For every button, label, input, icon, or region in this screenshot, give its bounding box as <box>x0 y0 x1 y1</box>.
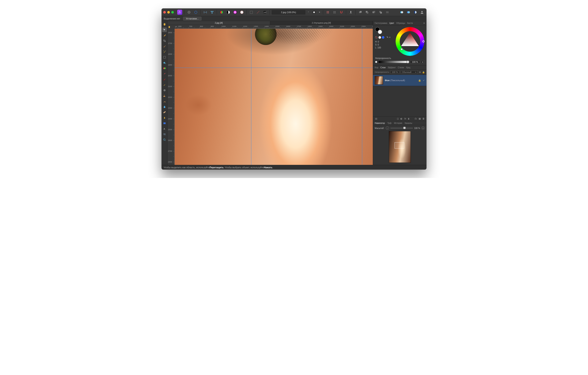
layer-opacity-value[interactable]: 100 % <box>390 70 399 74</box>
tab-adjustments[interactable]: Кор <box>375 66 378 69</box>
arrange-1-icon[interactable] <box>357 10 363 15</box>
adjust-icon[interactable]: ◐ <box>400 117 403 120</box>
brush-icon[interactable] <box>162 44 167 49</box>
pencil-icon[interactable] <box>162 82 167 87</box>
fx-brush-icon[interactable] <box>162 49 167 54</box>
close-window-button[interactable] <box>163 11 166 13</box>
panel-menu-icon[interactable]: ≡ <box>423 22 425 24</box>
tab-styles[interactable]: Стили <box>398 66 404 69</box>
fg-bg-swatch[interactable] <box>375 27 382 34</box>
blend-mode-select[interactable]: Обычный▾ <box>401 70 418 74</box>
color-picker-icon[interactable] <box>162 33 167 38</box>
drop-icon[interactable] <box>162 104 167 109</box>
mirror-icon[interactable] <box>202 10 208 15</box>
ruler-horizontal[interactable]: px 6007008009001000110012001300140015001… <box>175 25 373 29</box>
mixer-icon[interactable] <box>162 66 167 71</box>
layer-lock-icon[interactable]: 🔒 <box>418 79 421 82</box>
smear-icon[interactable] <box>162 99 167 104</box>
canvas[interactable] <box>175 29 373 165</box>
bandage-icon[interactable] <box>162 110 167 115</box>
zoom-out-button[interactable]: − <box>386 126 389 130</box>
hand-icon[interactable] <box>162 22 167 27</box>
soft-wheel-icon[interactable] <box>239 10 245 15</box>
opacity-value[interactable]: 100 % <box>410 60 420 64</box>
clone-icon[interactable] <box>162 93 167 98</box>
marquee-rect-icon[interactable] <box>162 55 167 60</box>
layer-row[interactable]: Фон (Пиксельный) 🔒 ✓ <box>373 75 426 86</box>
minimize-window-button[interactable] <box>167 11 170 13</box>
tab-swatches[interactable]: Образцы <box>396 22 405 24</box>
maximize-window-button[interactable] <box>171 11 174 13</box>
guide-vertical[interactable] <box>251 29 251 165</box>
crop-icon[interactable] <box>162 38 167 43</box>
tab-histogram[interactable]: Гистограмма <box>375 22 387 24</box>
opacity-slider[interactable] <box>378 61 409 63</box>
user-icon[interactable] <box>419 10 425 15</box>
arrange-4-icon[interactable] <box>378 10 383 15</box>
tab-stock[interactable]: Хрщ <box>406 66 410 69</box>
levels-icon[interactable] <box>262 10 268 15</box>
delete-layer-icon[interactable]: 🗑 <box>422 117 425 120</box>
healing-icon[interactable] <box>162 77 167 82</box>
mesh-icon[interactable] <box>162 132 167 137</box>
tab-transform[interactable]: Трф <box>387 122 391 124</box>
mask-icon[interactable]: ◻ <box>397 117 399 120</box>
overlay-1-icon[interactable] <box>399 10 404 15</box>
text-icon[interactable]: A <box>162 126 167 131</box>
crop-layer-icon[interactable]: ⧗ <box>408 117 410 120</box>
tab-effects[interactable]: Эффект <box>388 66 396 69</box>
mask-dropdown-icon[interactable] <box>318 10 321 15</box>
ruler-vertical[interactable]: 1600170018001900200021002200230024002500… <box>168 29 175 165</box>
nodes-icon[interactable] <box>209 10 215 15</box>
layers-view-icon[interactable] <box>375 117 378 120</box>
grid-icon[interactable] <box>325 10 331 15</box>
zoom-icon[interactable] <box>162 137 167 142</box>
move-arrow-icon[interactable] <box>162 27 167 32</box>
lock-icon[interactable]: 🔒 <box>422 71 425 73</box>
arrange-3-icon[interactable] <box>371 10 377 15</box>
rings-icon[interactable] <box>193 10 199 15</box>
presets-button[interactable]: Установки... <box>183 17 201 21</box>
mask-square-icon[interactable] <box>311 10 317 15</box>
navigator-thumbnail[interactable] <box>389 131 411 163</box>
zoom-in-button[interactable]: + <box>421 126 425 130</box>
fx-icon[interactable]: fx <box>404 117 406 120</box>
color-dropdown-icon[interactable]: ▾ <box>389 36 390 39</box>
tab-color[interactable]: Цвет <box>389 22 394 24</box>
sat-lum-handle[interactable] <box>401 48 403 50</box>
document-tab[interactable]: 2-Улучшено.png [И] <box>270 21 373 25</box>
arrange-2-icon[interactable] <box>364 10 370 15</box>
marquee-icon[interactable] <box>249 10 254 15</box>
circles-icon[interactable] <box>186 10 192 15</box>
hue-wheel-icon[interactable] <box>232 10 238 15</box>
tab-navigator[interactable]: Навигатор <box>375 122 385 124</box>
magnet-icon[interactable] <box>339 10 344 15</box>
tab-channels[interactable]: Каналы <box>405 122 412 124</box>
arrange-5-icon[interactable] <box>385 10 390 15</box>
recent-color[interactable] <box>382 36 384 39</box>
opacity-dropdown-icon[interactable]: ▾ <box>421 60 424 64</box>
diagonal-icon[interactable] <box>255 10 261 15</box>
document-tab[interactable]: 2.jpg [И] <box>168 21 270 25</box>
paint-brush-icon[interactable] <box>162 71 167 76</box>
color-wheel[interactable] <box>396 27 424 56</box>
group-icon[interactable]: 🗀 <box>415 117 417 120</box>
none-color-icon[interactable] <box>375 36 378 39</box>
hue-handle[interactable] <box>422 40 425 43</box>
eyedropper-icon[interactable]: ✎ <box>387 36 388 39</box>
navigator-viewport[interactable] <box>395 142 404 149</box>
pan-icon[interactable] <box>162 88 167 93</box>
bucket-icon[interactable] <box>162 60 167 65</box>
overlay-2-icon[interactable] <box>406 10 411 15</box>
align-top-icon[interactable] <box>348 10 354 15</box>
add-layer-icon[interactable]: ▦ <box>419 117 421 120</box>
pen-icon[interactable] <box>162 115 167 120</box>
tab-brushes[interactable]: Кисти <box>407 22 413 24</box>
zoom-slider[interactable] <box>390 128 413 129</box>
half-tone-icon[interactable] <box>219 10 224 15</box>
recent-color[interactable] <box>378 36 381 39</box>
guide-horizontal[interactable] <box>175 68 373 68</box>
overlay-3-icon[interactable] <box>412 10 418 15</box>
rectangle-icon[interactable] <box>162 121 167 126</box>
layer-visible-icon[interactable]: ✓ <box>423 79 425 82</box>
